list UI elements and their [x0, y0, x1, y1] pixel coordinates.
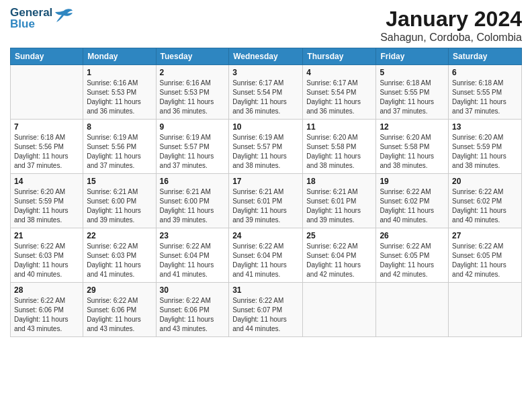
day-number: 25 — [306, 231, 372, 240]
logo-blue: Blue — [10, 18, 52, 30]
day-number: 21 — [14, 231, 79, 240]
day-info: Sunrise: 6:22 AMSunset: 6:02 PMDaylight:… — [452, 187, 518, 225]
calendar-cell: 8Sunrise: 6:19 AMSunset: 5:56 PMDaylight… — [83, 120, 156, 174]
day-info: Sunrise: 6:22 AMSunset: 6:05 PMDaylight:… — [452, 242, 518, 279]
day-number: 27 — [452, 231, 518, 240]
calendar-cell: 9Sunrise: 6:19 AMSunset: 5:57 PMDaylight… — [156, 120, 229, 174]
calendar-table: SundayMondayTuesdayWednesdayThursdayFrid… — [10, 48, 522, 337]
calendar-cell: 10Sunrise: 6:19 AMSunset: 5:57 PMDayligh… — [229, 120, 303, 174]
calendar-cell: 17Sunrise: 6:21 AMSunset: 6:01 PMDayligh… — [229, 174, 303, 228]
calendar-cell — [303, 283, 376, 337]
day-number: 3 — [232, 68, 299, 77]
day-of-week-header: Thursday — [303, 48, 376, 65]
logo: General Blue — [10, 7, 74, 30]
calendar-cell — [11, 65, 83, 120]
calendar-cell: 16Sunrise: 6:21 AMSunset: 6:00 PMDayligh… — [156, 174, 229, 228]
day-of-week-header: Tuesday — [156, 48, 229, 65]
day-info: Sunrise: 6:20 AMSunset: 5:58 PMDaylight:… — [380, 133, 445, 171]
day-info: Sunrise: 6:20 AMSunset: 5:58 PMDaylight:… — [306, 133, 372, 171]
calendar-cell: 2Sunrise: 6:16 AMSunset: 5:53 PMDaylight… — [156, 65, 229, 120]
day-info: Sunrise: 6:18 AMSunset: 5:56 PMDaylight:… — [14, 133, 79, 171]
day-info: Sunrise: 6:22 AMSunset: 6:07 PMDaylight:… — [232, 296, 299, 334]
calendar-week-row: 21Sunrise: 6:22 AMSunset: 6:03 PMDayligh… — [11, 228, 522, 283]
calendar-cell: 24Sunrise: 6:22 AMSunset: 6:04 PMDayligh… — [229, 228, 303, 283]
day-info: Sunrise: 6:17 AMSunset: 5:54 PMDaylight:… — [306, 79, 372, 116]
day-number: 10 — [232, 122, 299, 132]
day-info: Sunrise: 6:18 AMSunset: 5:55 PMDaylight:… — [380, 79, 445, 116]
day-info: Sunrise: 6:20 AMSunset: 5:59 PMDaylight:… — [14, 187, 79, 225]
day-of-week-header: Wednesday — [229, 48, 303, 65]
calendar-cell: 29Sunrise: 6:22 AMSunset: 6:06 PMDayligh… — [83, 283, 156, 337]
day-number: 11 — [306, 122, 372, 132]
calendar-cell — [449, 283, 522, 337]
day-number: 26 — [380, 231, 445, 240]
day-number: 30 — [160, 285, 226, 295]
calendar-cell: 31Sunrise: 6:22 AMSunset: 6:07 PMDayligh… — [229, 283, 303, 337]
day-of-week-header: Friday — [376, 48, 449, 65]
calendar-cell: 23Sunrise: 6:22 AMSunset: 6:04 PMDayligh… — [156, 228, 229, 283]
calendar-cell: 14Sunrise: 6:20 AMSunset: 5:59 PMDayligh… — [11, 174, 83, 228]
calendar-cell: 5Sunrise: 6:18 AMSunset: 5:55 PMDaylight… — [376, 65, 449, 120]
calendar-cell: 6Sunrise: 6:18 AMSunset: 5:55 PMDaylight… — [449, 65, 522, 120]
day-number: 16 — [160, 177, 226, 186]
day-info: Sunrise: 6:22 AMSunset: 6:04 PMDaylight:… — [160, 242, 226, 279]
day-info: Sunrise: 6:16 AMSunset: 5:53 PMDaylight:… — [87, 79, 152, 116]
day-info: Sunrise: 6:16 AMSunset: 5:53 PMDaylight:… — [160, 79, 226, 116]
calendar-cell: 26Sunrise: 6:22 AMSunset: 6:05 PMDayligh… — [376, 228, 449, 283]
page-container: General Blue January 2024 Sahagun, Cordo… — [0, 0, 532, 340]
day-of-week-header: Sunday — [11, 48, 83, 65]
day-info: Sunrise: 6:22 AMSunset: 6:03 PMDaylight:… — [87, 242, 152, 279]
calendar-cell: 1Sunrise: 6:16 AMSunset: 5:53 PMDaylight… — [83, 65, 156, 120]
day-number: 9 — [160, 122, 226, 132]
calendar-cell — [376, 283, 449, 337]
day-number: 1 — [87, 68, 152, 77]
day-number: 31 — [232, 285, 299, 295]
day-number: 23 — [160, 231, 226, 240]
calendar-week-row: 28Sunrise: 6:22 AMSunset: 6:06 PMDayligh… — [11, 283, 522, 337]
day-info: Sunrise: 6:21 AMSunset: 6:01 PMDaylight:… — [306, 187, 372, 225]
calendar-cell: 20Sunrise: 6:22 AMSunset: 6:02 PMDayligh… — [449, 174, 522, 228]
day-info: Sunrise: 6:22 AMSunset: 6:04 PMDaylight:… — [232, 242, 299, 279]
day-info: Sunrise: 6:22 AMSunset: 6:06 PMDaylight:… — [87, 296, 152, 334]
calendar-cell: 12Sunrise: 6:20 AMSunset: 5:58 PMDayligh… — [376, 120, 449, 174]
logo-general: General — [10, 7, 52, 18]
calendar-header-row: SundayMondayTuesdayWednesdayThursdayFrid… — [11, 48, 522, 65]
day-number: 29 — [87, 285, 152, 295]
day-info: Sunrise: 6:21 AMSunset: 6:00 PMDaylight:… — [160, 187, 226, 225]
day-info: Sunrise: 6:17 AMSunset: 5:54 PMDaylight:… — [232, 79, 299, 116]
calendar-cell: 27Sunrise: 6:22 AMSunset: 6:05 PMDayligh… — [449, 228, 522, 283]
day-of-week-header: Monday — [83, 48, 156, 65]
day-number: 5 — [380, 68, 445, 77]
day-info: Sunrise: 6:22 AMSunset: 6:04 PMDaylight:… — [306, 242, 372, 279]
calendar-cell: 13Sunrise: 6:20 AMSunset: 5:59 PMDayligh… — [449, 120, 522, 174]
calendar-cell: 25Sunrise: 6:22 AMSunset: 6:04 PMDayligh… — [303, 228, 376, 283]
calendar-cell: 19Sunrise: 6:22 AMSunset: 6:02 PMDayligh… — [376, 174, 449, 228]
calendar-week-row: 1Sunrise: 6:16 AMSunset: 5:53 PMDaylight… — [11, 65, 522, 120]
day-info: Sunrise: 6:20 AMSunset: 5:59 PMDaylight:… — [452, 133, 518, 171]
day-info: Sunrise: 6:21 AMSunset: 6:00 PMDaylight:… — [87, 187, 152, 225]
day-number: 28 — [14, 285, 79, 295]
calendar-cell: 22Sunrise: 6:22 AMSunset: 6:03 PMDayligh… — [83, 228, 156, 283]
day-info: Sunrise: 6:22 AMSunset: 6:06 PMDaylight:… — [14, 296, 79, 334]
day-number: 20 — [452, 177, 518, 186]
day-number: 12 — [380, 122, 445, 132]
day-info: Sunrise: 6:22 AMSunset: 6:02 PMDaylight:… — [380, 187, 445, 225]
day-number: 18 — [306, 177, 372, 186]
day-number: 19 — [380, 177, 445, 186]
day-number: 2 — [160, 68, 226, 77]
main-title: January 2024 — [380, 7, 522, 32]
day-number: 8 — [87, 122, 152, 132]
calendar-cell: 3Sunrise: 6:17 AMSunset: 5:54 PMDaylight… — [229, 65, 303, 120]
day-number: 4 — [306, 68, 372, 77]
logo-bird-icon — [54, 7, 74, 29]
header-row: General Blue January 2024 Sahagun, Cordo… — [10, 7, 522, 44]
day-number: 15 — [87, 177, 152, 186]
day-number: 17 — [232, 177, 299, 186]
day-info: Sunrise: 6:19 AMSunset: 5:56 PMDaylight:… — [87, 133, 152, 171]
day-info: Sunrise: 6:22 AMSunset: 6:06 PMDaylight:… — [160, 296, 226, 334]
calendar-cell: 30Sunrise: 6:22 AMSunset: 6:06 PMDayligh… — [156, 283, 229, 337]
day-info: Sunrise: 6:22 AMSunset: 6:03 PMDaylight:… — [14, 242, 79, 279]
calendar-week-row: 14Sunrise: 6:20 AMSunset: 5:59 PMDayligh… — [11, 174, 522, 228]
day-number: 14 — [14, 177, 79, 186]
day-info: Sunrise: 6:18 AMSunset: 5:55 PMDaylight:… — [452, 79, 518, 116]
